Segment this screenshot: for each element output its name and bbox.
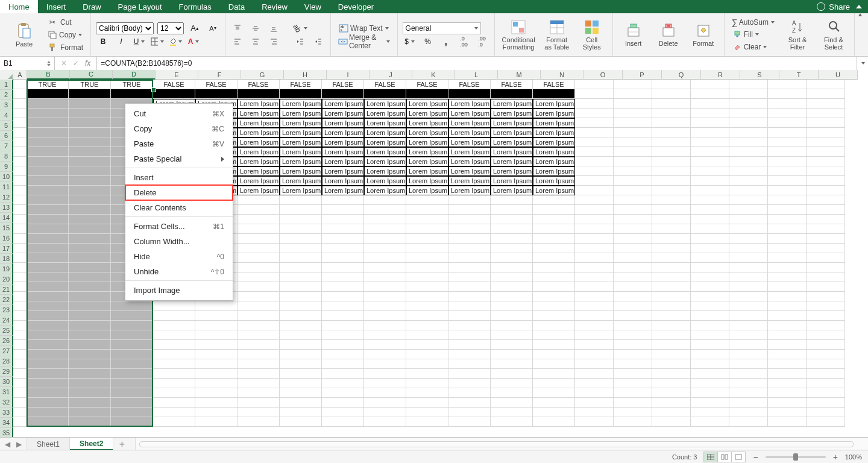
format-as-table-button[interactable]: Formatas Table [541, 13, 573, 56]
column-header[interactable]: I [327, 70, 370, 71]
svg-rect-58 [735, 31, 740, 35]
formula-bar-expand[interactable] [857, 57, 868, 70]
number-format-select[interactable]: General [403, 22, 481, 34]
table-icon [549, 19, 565, 35]
font-name-select[interactable]: Calibri (Body) [96, 22, 154, 34]
svg-rect-10 [170, 45, 176, 46]
select-all-corner[interactable] [0, 70, 14, 71]
font-size-select[interactable]: 12 [157, 22, 184, 34]
share-button[interactable]: Share [811, 0, 868, 13]
format-cells-button[interactable]: Format [688, 13, 719, 56]
decrease-decimal-button[interactable]: .00.0 [475, 34, 489, 49]
insert-cells-icon [626, 23, 641, 39]
delete-cells-button[interactable]: Delete [653, 13, 684, 56]
format-cells-icon [696, 23, 711, 39]
fill-color-button[interactable] [168, 34, 183, 49]
align-middle-button[interactable] [248, 21, 263, 36]
border-button[interactable] [150, 34, 165, 49]
column-header[interactable]: U [819, 70, 858, 71]
column-header[interactable]: O [583, 70, 623, 71]
column-header[interactable]: D [113, 70, 156, 71]
column-header[interactable]: T [779, 70, 819, 71]
column-header[interactable]: E [156, 70, 198, 71]
align-bottom-button[interactable] [266, 21, 281, 36]
column-header[interactable]: Q [662, 70, 701, 71]
conditional-formatting-button[interactable]: ConditionalFormatting [500, 13, 538, 56]
paste-button[interactable]: Paste [8, 22, 40, 48]
align-center-button[interactable] [248, 34, 263, 49]
autosum-button[interactable]: ∑AutoSum [729, 17, 777, 28]
cell-styles-button[interactable]: CellStyles [576, 13, 608, 56]
ribbon-tab-view[interactable]: View [296, 0, 330, 13]
ribbon-tab-page-layout[interactable]: Page Layout [110, 0, 171, 13]
align-top-button[interactable] [230, 21, 245, 36]
column-header[interactable]: G [241, 70, 284, 71]
ribbon-tab-data[interactable]: Data [220, 0, 253, 13]
merge-icon [338, 36, 348, 47]
svg-line-62 [835, 28, 839, 31]
currency-button[interactable]: $ [403, 34, 417, 49]
magnifier-icon [827, 19, 840, 35]
italic-button[interactable]: I [114, 34, 128, 49]
column-header[interactable]: H [284, 70, 327, 71]
fx-icon[interactable]: fx [85, 59, 90, 68]
sort-filter-button[interactable]: AZSort &Filter [782, 19, 813, 51]
decrease-indent-button[interactable] [293, 34, 307, 49]
spreadsheet-grid[interactable]: ABCDEFGHIJKLMNOPQRSTU 123456789101112131… [0, 70, 868, 71]
share-label: Share [829, 2, 850, 11]
fill-button[interactable]: Fill [729, 28, 777, 40]
bold-button[interactable]: B [96, 34, 110, 49]
column-header[interactable]: A [13, 70, 27, 71]
decrease-font-button[interactable]: A▾ [206, 21, 220, 36]
cut-button[interactable]: ✂︎Cut [45, 16, 86, 28]
column-header[interactable]: C [70, 70, 113, 71]
font-color-button[interactable]: A [186, 34, 201, 49]
insert-cells-button[interactable]: Insert [618, 13, 649, 56]
column-header[interactable]: B [27, 70, 70, 71]
column-header[interactable]: S [740, 70, 779, 71]
svg-rect-49 [593, 28, 599, 34]
copy-icon [47, 30, 58, 40]
align-right-button[interactable] [266, 34, 281, 49]
svg-rect-48 [585, 28, 591, 34]
sigma-icon: ∑ [732, 17, 738, 27]
name-box[interactable]: B1 [0, 57, 55, 70]
ribbon-tab-formulas[interactable]: Formulas [171, 0, 220, 13]
column-header[interactable]: L [455, 70, 498, 71]
underline-button[interactable]: U [132, 34, 146, 49]
increase-decimal-button[interactable]: .0.00 [457, 34, 471, 49]
ribbon-tab-insert[interactable]: Insert [38, 0, 75, 13]
column-header[interactable]: N [541, 70, 583, 71]
ribbon-tab-home[interactable]: Home [0, 0, 38, 13]
column-header[interactable]: R [701, 70, 740, 71]
ribbon-tab-developer[interactable]: Developer [330, 0, 382, 13]
increase-font-button[interactable]: A▴ [187, 21, 202, 36]
formula-input[interactable]: =COUNTA(B2:B1048576)=0 [97, 57, 857, 70]
ribbon-tab-draw[interactable]: Draw [74, 0, 109, 13]
chevron-up-icon [856, 5, 862, 8]
column-header[interactable]: K [412, 70, 455, 71]
ribbon-collapse-icon[interactable] [858, 13, 862, 16]
sort-filter-icon: AZ [791, 19, 804, 35]
comma-button[interactable]: , [439, 34, 453, 49]
cancel-icon[interactable]: ✕ [61, 59, 67, 68]
column-header[interactable]: P [623, 70, 662, 71]
orientation-button[interactable]: ab [293, 21, 307, 36]
copy-button[interactable]: Copy [45, 29, 86, 41]
format-painter-button[interactable]: Format [45, 42, 86, 54]
column-header[interactable]: J [370, 70, 412, 71]
svg-rect-40 [513, 22, 518, 27]
clear-button[interactable]: Clear [729, 41, 777, 53]
column-header[interactable]: F [198, 70, 241, 71]
find-select-button[interactable]: Find &Select [818, 19, 849, 51]
enter-icon[interactable]: ✓ [73, 59, 79, 68]
cell-styles-icon [584, 19, 600, 35]
increase-indent-button[interactable] [311, 34, 326, 49]
percent-button[interactable]: % [421, 34, 435, 49]
merge-center-button[interactable]: Merge & Center [336, 33, 392, 51]
svg-rect-41 [519, 28, 524, 33]
column-header[interactable]: M [498, 70, 541, 71]
group-alignment: ab [225, 13, 331, 56]
ribbon-tab-review[interactable]: Review [253, 0, 296, 13]
align-left-button[interactable] [230, 34, 245, 49]
